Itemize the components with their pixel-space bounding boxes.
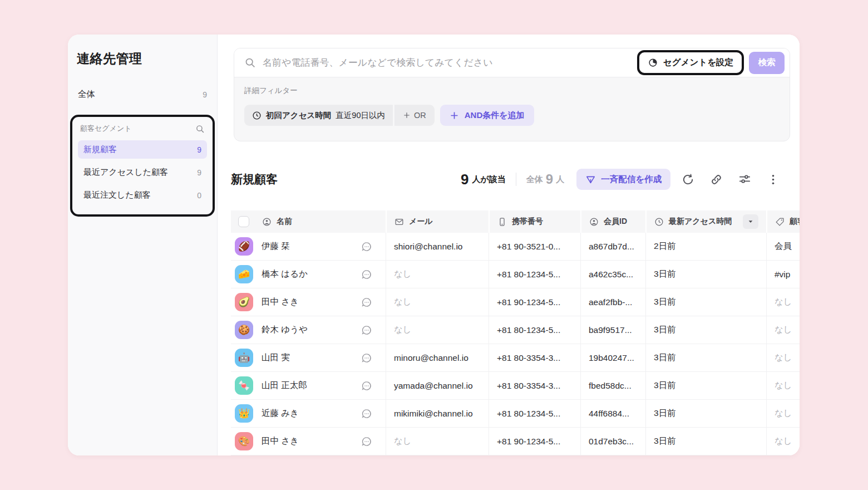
member-id-cell: 44ff6884... [580, 400, 645, 427]
search-button[interactable]: 検索 [749, 52, 785, 74]
app-window: 連絡先管理 全体 9 顧客セグメント 新規顧客 9 最近アクセスした顧客 [68, 35, 800, 455]
column-header-name[interactable]: 名前 [231, 210, 386, 233]
smartphone-icon [497, 217, 507, 227]
chat-bubble-icon[interactable] [361, 408, 372, 419]
tag-cell: 会員 [766, 233, 800, 260]
column-header-member-id[interactable]: 会員ID [580, 210, 645, 233]
member-id-cell: a462c35c... [580, 261, 645, 288]
avatar-emoji: 🧀 [238, 268, 250, 280]
chat-bubble-icon[interactable] [361, 297, 372, 308]
column-header-phone[interactable]: 携帯番号 [489, 210, 580, 233]
avatar-emoji: 👑 [238, 408, 250, 419]
search-filter-card: 名前や電話番号、メールなどで検索してみてください セグメントを設定 検索 詳細フ… [234, 48, 790, 141]
sidebar-item-recently-ordered[interactable]: 最近注文した顧客 0 [78, 186, 207, 204]
sidebar-item-new-customers[interactable]: 新規顧客 9 [78, 140, 207, 159]
filter-chip-first-access[interactable]: 初回アクセス時間 直近90日以内 [244, 105, 393, 126]
last-access-cell: 2日前 [645, 233, 766, 260]
plus-icon [450, 111, 459, 120]
column-label: 最新アクセス時間 [669, 217, 732, 227]
tag-icon [775, 217, 785, 227]
clock-icon [252, 111, 262, 120]
link-icon[interactable] [708, 171, 725, 188]
phone-cell: +81 80-1234-5... [489, 261, 580, 288]
phone-cell: +81 80-1234-5... [489, 400, 580, 427]
member-id-cell: 01d7eb3c... [580, 428, 645, 455]
column-label: 顧客 [790, 217, 800, 227]
sidebar-item-all[interactable]: 全体 9 [77, 86, 208, 102]
phone-cell: +81 90-1234-5... [489, 288, 580, 316]
table-header: 名前 メール 携帯番号 [231, 210, 800, 233]
select-all-checkbox[interactable] [238, 216, 249, 227]
create-broadcast-button[interactable]: 一斉配信を作成 [576, 169, 670, 190]
table-row[interactable]: 🏈 伊藤 栞 shiori@channel.io +81 90-3521-0..… [231, 233, 800, 261]
chat-bubble-icon[interactable] [361, 436, 372, 447]
toolbar-icons [679, 171, 782, 188]
segment-count: 0 [197, 191, 201, 200]
column-header-last-access[interactable]: 最新アクセス時間 [645, 210, 766, 233]
tag-cell: なし [766, 288, 800, 316]
table-row[interactable]: 🍬 山田 正太郎 yamada@channel.io +81 80-3354-3… [231, 372, 800, 400]
avatar-emoji: 🍬 [238, 380, 250, 391]
refresh-icon[interactable] [679, 171, 697, 188]
column-label: メール [409, 217, 433, 227]
contact-name: 田中 さき [262, 296, 299, 308]
filter-field-label: 初回アクセス時間 [266, 110, 331, 121]
tag-cell: なし [766, 400, 800, 427]
avatar-emoji: 🥑 [238, 296, 250, 308]
table-row[interactable]: 🤖 山田 実 minoru@channel.io +81 80-3354-3..… [231, 344, 800, 372]
segment-header-label: 顧客セグメント [80, 124, 132, 134]
sort-dropdown-button[interactable] [743, 214, 758, 229]
chat-bubble-icon[interactable] [361, 241, 372, 252]
avatar: 🥑 [235, 293, 253, 311]
avatar-emoji: 🍪 [238, 324, 250, 336]
email-cell: yamada@channel.io [386, 372, 489, 399]
column-label: 携帯番号 [512, 217, 543, 227]
column-header-tag[interactable]: 顧客 [766, 210, 800, 233]
email-cell: mikimiki@channel.io [386, 400, 489, 427]
or-label: OR [414, 111, 426, 120]
table-row[interactable]: 🎨 田中 さき なし +81 90-1234-5... 01d7eb3c... … [231, 428, 800, 455]
avatar: 🧀 [235, 265, 253, 283]
tag-cell: なし [766, 316, 800, 344]
segment-label: 最近注文した顧客 [83, 190, 151, 200]
avatar: 🏈 [235, 237, 253, 256]
email-cell: なし [386, 261, 489, 288]
column-header-email[interactable]: メール [386, 210, 489, 233]
tag-cell: #vip [766, 261, 800, 288]
chat-bubble-icon[interactable] [361, 269, 372, 280]
segment-count: 9 [197, 145, 201, 154]
email-cell: なし [386, 428, 489, 455]
email-cell: shiori@channel.io [386, 233, 489, 260]
match-count-suffix: 人が該当 [472, 174, 505, 185]
total-count: 9 [546, 171, 553, 187]
search-input[interactable]: 名前や電話番号、メールなどで検索してみてください [263, 56, 637, 69]
sidebar-item-recently-accessed[interactable]: 最近アクセスした顧客 9 [78, 163, 207, 182]
chat-bubble-icon[interactable] [361, 325, 372, 336]
contact-name: 鈴木 ゆうや [262, 324, 308, 336]
tag-cell: なし [766, 428, 800, 455]
add-or-condition-button[interactable]: OR [393, 105, 435, 126]
avatar: 👑 [235, 404, 253, 423]
plus-icon [403, 111, 411, 119]
filter-section: 詳細フィルター 初回アクセス時間 直近90日以内 [234, 77, 790, 126]
sliders-icon[interactable] [736, 171, 753, 188]
table-row[interactable]: 🧀 橋本 はるか なし +81 80-1234-5... a462c35c...… [231, 261, 800, 288]
member-id-cell: aeaf2fbb-... [580, 288, 645, 316]
add-and-condition-button[interactable]: AND条件を追加 [440, 105, 534, 126]
phone-cell: +81 80-3354-3... [489, 344, 580, 371]
table-row[interactable]: 👑 近藤 みき mikimiki@channel.io +81 80-1234-… [231, 400, 800, 428]
chat-bubble-icon[interactable] [361, 380, 372, 391]
chat-bubble-icon[interactable] [361, 352, 372, 364]
person-icon [262, 217, 272, 227]
kebab-menu-icon[interactable] [765, 171, 782, 188]
avatar-emoji: 🤖 [238, 352, 250, 364]
member-id-cell: fbed58dc... [580, 372, 645, 399]
tag-cell: なし [766, 344, 800, 371]
search-icon[interactable] [195, 124, 205, 134]
last-access-cell: 3日前 [645, 344, 766, 371]
table-row[interactable]: 🥑 田中 さき なし +81 90-1234-5... aeaf2fbb-...… [231, 288, 800, 316]
set-segment-button[interactable]: セグメントを設定 [637, 50, 744, 75]
email-cell: なし [386, 288, 489, 316]
table-row[interactable]: 🍪 鈴木 ゆうや なし +81 80-1234-5... ba9f9517...… [231, 316, 800, 344]
tag-cell: なし [766, 372, 800, 399]
